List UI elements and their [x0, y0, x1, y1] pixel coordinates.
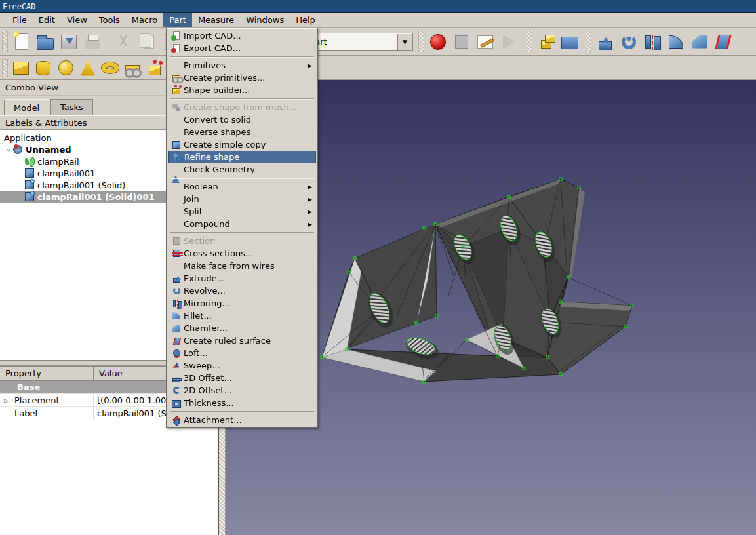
menu-windows[interactable]: Windows — [240, 13, 290, 27]
menu-view[interactable]: View — [61, 13, 93, 27]
freecad-document-icon — [13, 145, 22, 154]
revolve-button[interactable] — [617, 31, 641, 53]
menu-item-create-primitives[interactable]: Create primitives... — [168, 71, 316, 84]
sphere-icon — [58, 60, 73, 75]
menu-item-create-shape-from-mesh: Create shape from mesh... — [168, 101, 316, 113]
stop-icon — [455, 35, 468, 49]
menu-edit[interactable]: Edit — [33, 13, 61, 27]
toolbar-handle[interactable] — [2, 59, 8, 77]
menu-item-revolve[interactable]: Revolve... — [168, 285, 316, 297]
menu-item-sweep[interactable]: Sweep... — [168, 359, 316, 372]
compound-button[interactable] — [558, 31, 582, 53]
menu-item-split[interactable]: Split▶ — [168, 205, 316, 218]
create-primitives-button[interactable] — [121, 58, 144, 78]
menu-item-thickness[interactable]: Thickness... — [168, 397, 316, 409]
menu-tools[interactable]: Tools — [93, 13, 126, 27]
shape-builder-button[interactable] — [144, 58, 166, 78]
menu-item-section: Section — [168, 235, 316, 247]
torus-icon — [102, 62, 119, 73]
refine-shape-icon — [172, 153, 182, 162]
ruled-surface-icon — [172, 338, 181, 345]
submenu-arrow-icon: ▶ — [308, 62, 313, 69]
collapse-arrow-icon[interactable]: ▽ — [4, 146, 13, 153]
print-button[interactable] — [81, 31, 104, 53]
menu-item-make-face-from-wires[interactable]: Make face from wires — [168, 260, 316, 272]
cone-icon — [81, 60, 95, 76]
menu-help[interactable]: Help — [290, 13, 321, 27]
cut-button[interactable] — [111, 31, 135, 53]
torus-button[interactable] — [99, 58, 121, 78]
compound-icon — [561, 37, 578, 49]
menu-item-mirroring[interactable]: Mirroring... — [168, 297, 316, 309]
boolean-button[interactable] — [534, 31, 558, 53]
submenu-arrow-icon: ▶ — [308, 221, 313, 228]
window-titlebar[interactable]: FreeCAD — [0, 0, 756, 13]
menu-item-compound[interactable]: Compound▶ — [168, 218, 316, 230]
menu-item-attachment[interactable]: Attachment... — [168, 414, 316, 426]
macro-edit-button[interactable] — [473, 31, 497, 53]
fillet-button[interactable] — [664, 31, 688, 53]
new-document-button[interactable] — [10, 31, 33, 53]
menu-item-export-cad[interactable]: Export CAD... — [168, 42, 316, 54]
tab-tasks[interactable]: Tasks — [50, 99, 93, 115]
simple-copy-icon — [172, 141, 180, 149]
save-icon — [61, 35, 77, 49]
toolbar-handle[interactable] — [586, 31, 591, 52]
play-icon — [503, 35, 515, 49]
ruled-surface-button[interactable] — [711, 31, 735, 53]
menu-item-create-simple-copy[interactable]: Create simple copy — [168, 138, 316, 151]
submenu-arrow-icon: ▶ — [308, 196, 313, 203]
tab-model[interactable]: Model — [4, 99, 49, 115]
revolve-icon — [622, 35, 636, 49]
menu-item-join[interactable]: Join▶ — [168, 193, 316, 205]
sweep-icon — [172, 362, 180, 369]
menu-item-2d-offset[interactable]: 2D Offset... — [168, 384, 316, 397]
menu-measure[interactable]: Measure — [192, 13, 240, 27]
toolbar-handle[interactable] — [2, 31, 8, 52]
menu-item-shape-builder[interactable]: Shape builder... — [168, 84, 316, 96]
macro-record-button[interactable] — [426, 31, 450, 53]
extrude-button[interactable] — [593, 31, 617, 53]
menu-item-import-cad[interactable]: Import CAD... — [168, 30, 316, 42]
cylinder-button[interactable] — [32, 58, 54, 78]
menu-item-chamfer[interactable]: Chamfer... — [168, 322, 316, 334]
menu-item-extrude[interactable]: Extrude... — [168, 272, 316, 285]
menu-item-create-ruled-surface[interactable]: Create ruled surface — [168, 334, 316, 347]
expand-arrow-icon[interactable]: ▷ — [4, 397, 9, 404]
toolbar-handle[interactable] — [527, 31, 532, 52]
thickness-icon — [172, 401, 180, 407]
box-button[interactable] — [10, 58, 32, 78]
menu-item-convert-to-solid[interactable]: Convert to solid — [168, 113, 316, 126]
menu-item-fillet[interactable]: Fillet... — [168, 309, 316, 322]
chamfer-icon — [172, 325, 180, 332]
menu-file[interactable]: File — [7, 13, 33, 27]
menu-item-loft[interactable]: Loft... — [168, 347, 316, 359]
menu-item-refine-shape[interactable]: Refine shape — [168, 151, 316, 163]
menu-item-cross-sections[interactable]: Cross-sections... — [168, 247, 316, 260]
menu-part[interactable]: Part — [163, 13, 192, 27]
sphere-button[interactable] — [54, 58, 77, 78]
menu-item-check-geometry[interactable]: Check Geometry — [168, 163, 316, 176]
toolbar-handle[interactable] — [418, 31, 424, 52]
menu-item-boolean[interactable]: Boolean▶ — [168, 180, 316, 193]
cylinder-icon — [36, 61, 50, 75]
open-button[interactable] — [33, 31, 57, 53]
macro-play-button[interactable] — [497, 31, 521, 53]
property-column-header[interactable]: Property — [0, 367, 94, 380]
dropdown-arrow-icon[interactable]: ▼ — [397, 34, 412, 50]
menu-item-primitives[interactable]: Primitives▶ — [168, 59, 316, 71]
menu-macro[interactable]: Macro — [126, 13, 163, 27]
menu-item-reverse-shapes[interactable]: Reverse shapes — [168, 126, 316, 138]
cross-sections-icon — [173, 250, 180, 257]
box-icon — [13, 62, 29, 75]
cone-button[interactable] — [77, 58, 99, 78]
section-icon — [173, 237, 180, 245]
mirror-button[interactable] — [641, 31, 664, 53]
menu-item-3d-offset[interactable]: 3D Offset... — [168, 372, 316, 384]
save-button[interactable] — [57, 31, 81, 53]
copy-button[interactable] — [135, 31, 159, 53]
chamfer-button[interactable] — [688, 31, 711, 53]
mesh-icon — [25, 157, 34, 166]
submenu-arrow-icon: ▶ — [308, 208, 313, 215]
macro-stop-button[interactable] — [450, 31, 473, 53]
